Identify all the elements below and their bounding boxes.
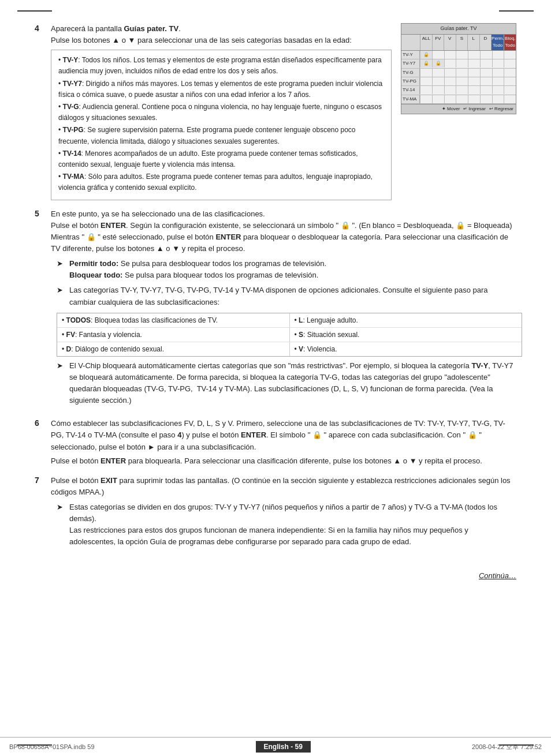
cell-tv-g-fv <box>432 69 444 77</box>
tv-guide-header-row: ALL FV V S L D Perm.Todo Bloq.Todo <box>401 35 516 51</box>
arrow-symbol-2: ➤ <box>57 285 66 296</box>
cell-tv-y-fv <box>432 51 444 59</box>
section-6-text1: Cómo establecer las subclasificaciones F… <box>51 418 516 452</box>
cell-tv-pg-l <box>468 77 480 85</box>
bullet-tv-ma: • TV-MA: Sólo para adultos. Este program… <box>58 171 384 193</box>
tv-guide-label-col-header <box>401 35 420 50</box>
cell-tv-ma-d <box>480 95 492 103</box>
cell-tv-14-l <box>468 86 480 94</box>
cell-tv-g-all <box>420 69 432 77</box>
tv-guide-row-tv-y: TV-Y 🔒 <box>401 51 516 59</box>
row-label-tv-ma: TV-MA <box>401 95 420 103</box>
tv-guide-cells-tv-ma <box>420 95 516 103</box>
sub-table-cell-3-2: • V: Violencia. <box>290 342 522 356</box>
section-7-text: Pulse el botón EXIT para suprimir todas … <box>51 475 516 498</box>
tv-guide-cells-tv-y: 🔒 <box>420 51 516 59</box>
cell-tv-g-d <box>480 69 492 77</box>
cell-tv-ma-s <box>456 95 468 103</box>
section-4-intro: Aparecerá la pantalla Guías pater. TV. <box>51 23 392 35</box>
tv-guide-row-tv-ma: TV-MA <box>401 95 516 104</box>
section-4-bullets: • TV-Y: Todos los niños. Los temas y ele… <box>51 50 392 200</box>
arrow-text-1: Permitir todo: Se pulsa para desbloquear… <box>69 258 326 281</box>
sub-table-row-2: • FV: Fantasía y violencia. • S: Situaci… <box>57 328 522 342</box>
section-7-number: 7 <box>35 475 45 485</box>
cell-tv-14-perm <box>492 86 504 94</box>
cell-tv-ma-fv <box>432 95 444 103</box>
tv-guide-grid: ALL FV V S L D Perm.Todo Bloq.Todo <box>401 35 516 104</box>
tv-guide-cells-tv-g <box>420 69 516 77</box>
sub-table-cell-1-1: • TODOS: Bloquea todas las clasificacion… <box>57 313 290 327</box>
sub-classification-table: • TODOS: Bloquea todas las clasificacion… <box>57 313 522 357</box>
footer-date: 2008-04-22 오후 7:29:52 <box>472 743 542 751</box>
section-4: 4 Aparecerá la pantalla Guías pater. TV.… <box>35 23 516 200</box>
sub-table-row-1: • TODOS: Bloquea todas las clasificacion… <box>57 313 522 328</box>
tv-guide-cells-tv-y7: 🔒 🔒 <box>420 59 516 68</box>
arrow-categorias-grupos: ➤ Estas categorías se dividen en dos gru… <box>57 501 516 548</box>
cell-tv-y7-s <box>456 59 468 68</box>
section-5-body: En este punto, ya se ha seleccionado una… <box>51 208 516 410</box>
tv-guide-row-tv-pg: TV-PG <box>401 77 516 86</box>
cell-tv-pg-fv <box>432 77 444 85</box>
bottom-line-right <box>499 744 534 746</box>
section-7-body: Pulse el botón EXIT para suprimir todas … <box>51 475 516 552</box>
arrow-categorias: ➤ Las categorías TV-Y, TV-Y7, TV-G, TV-P… <box>57 285 516 308</box>
section-4-layout: Aparecerá la pantalla Guías pater. TV. P… <box>51 23 516 200</box>
tv-guide-row-tv-g: TV-G <box>401 69 516 77</box>
footer-mover: ✦ Mover <box>442 106 460 113</box>
top-line-left <box>17 10 52 12</box>
bullet-tv-14: • TV-14: Menores acompañados de un adult… <box>58 148 384 170</box>
cell-tv-y7-fv: 🔒 <box>432 59 444 68</box>
cell-tv-14-all <box>420 86 432 94</box>
footer-ingresar: ↵ Ingresar <box>463 106 486 113</box>
cell-tv-14-bloq <box>504 86 516 94</box>
arrow-permitir-todo: ➤ Permitir todo: Se pulsa para desbloque… <box>57 258 516 281</box>
col-d: D <box>479 35 492 50</box>
section-7-arrow: ➤ Estas categorías se dividen en dos gru… <box>57 501 516 548</box>
cell-tv-y-v <box>444 51 456 59</box>
cell-tv-pg-perm <box>492 77 504 85</box>
cell-tv-14-s <box>456 86 468 94</box>
arrow-symbol-1: ➤ <box>57 258 66 270</box>
col-all: ALL <box>420 35 432 50</box>
cell-tv-14-fv <box>432 86 444 94</box>
cell-tv-ma-bloq <box>504 95 516 103</box>
bottom-line-left <box>17 744 52 746</box>
section-4-text: Aparecerá la pantalla Guías pater. TV. P… <box>51 23 392 200</box>
bullet-tv-pg: • TV-PG: Se sugiere supervisión paterna.… <box>58 125 384 147</box>
section-4-body: Aparecerá la pantalla Guías pater. TV. P… <box>51 23 516 200</box>
arrow-text-3: El V-Chip bloqueará automáticamente cier… <box>69 360 516 407</box>
cell-tv-14-d <box>480 86 492 94</box>
page-badge: English - 59 <box>256 741 311 753</box>
cell-tv-y-all: 🔒 <box>420 51 432 59</box>
page-container: 4 Aparecerá la pantalla Guías pater. TV.… <box>0 0 551 756</box>
col-v: V <box>444 35 456 50</box>
cell-tv-g-v <box>444 69 456 77</box>
continua-text: Continúa… <box>35 571 516 580</box>
sub-table-cell-1-2: • L: Lenguaje adulto. <box>290 313 522 327</box>
cell-tv-y7-all: 🔒 <box>420 59 432 68</box>
section-4-number: 4 <box>35 23 45 33</box>
tv-guide-row-tv-y7: TV-Y7 🔒 🔒 <box>401 59 516 68</box>
sub-table-cell-3-1: • D: Diálogo de contenido sexual. <box>57 342 290 356</box>
arrow-vchip: ➤ El V-Chip bloqueará automáticamente ci… <box>57 360 516 407</box>
col-s: S <box>456 35 468 50</box>
section-4-description: Pulse los botones ▲ o ▼ para seleccionar… <box>51 35 392 46</box>
cell-tv-y-l <box>468 51 480 59</box>
row-label-tv-g: TV-G <box>401 69 420 77</box>
section-6-text2: Pulse el botón ENTER para bloquearla. Pa… <box>51 455 516 467</box>
section-7: 7 Pulse el botón EXIT para suprimir toda… <box>35 475 516 552</box>
top-line-right <box>499 10 534 12</box>
cell-tv-pg-s <box>456 77 468 85</box>
tv-guide-title: Guías pater. TV <box>401 24 516 35</box>
row-label-tv-14: TV-14 <box>401 86 420 94</box>
tv-guide-col-headers: ALL FV V S L D Perm.Todo Bloq.Todo <box>420 35 516 50</box>
cell-tv-14-v <box>444 86 456 94</box>
arrow-text-4: Estas categorías se dividen en dos grupo… <box>69 501 516 548</box>
bullet-tv-y: • TV-Y: Todos los niños. Los temas y ele… <box>58 55 384 77</box>
sub-table-cell-2-2: • S: Situación sexual. <box>290 328 522 342</box>
tv-guide-cells-tv-pg <box>420 77 516 85</box>
section-5-arrows: ➤ Permitir todo: Se pulsa para desbloque… <box>57 258 516 308</box>
section-5-text1: En este punto, ya se ha seleccionado una… <box>51 208 516 220</box>
tv-guide-cells-tv-14 <box>420 86 516 94</box>
row-label-tv-pg: TV-PG <box>401 77 420 85</box>
